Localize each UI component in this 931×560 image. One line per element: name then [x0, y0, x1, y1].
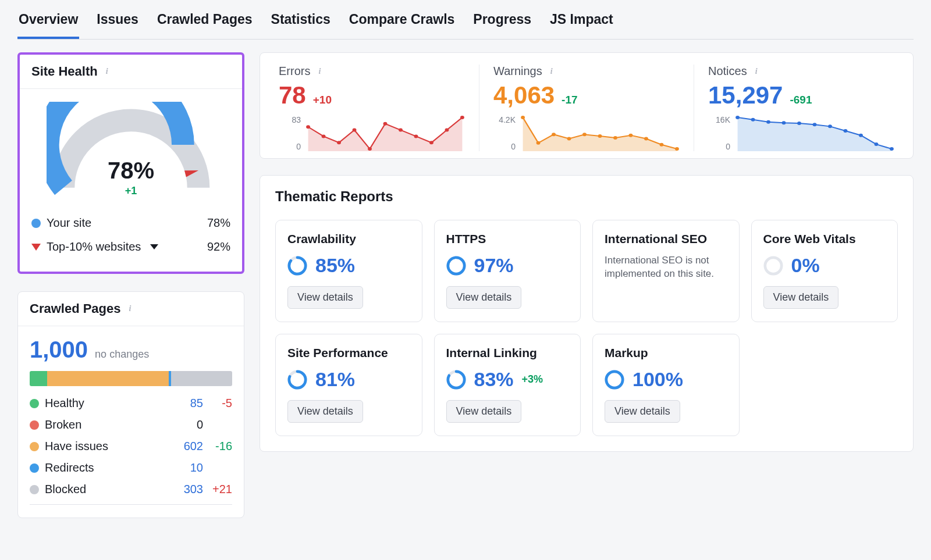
axis-label: 0	[493, 142, 516, 151]
kpi-notices-value: 15,297	[708, 81, 783, 109]
dot-icon	[30, 442, 39, 451]
donut-icon	[287, 256, 307, 276]
report-note: International SEO is not implemented on …	[605, 254, 727, 281]
kpi-notices[interactable]: Notices i 15,297 -691 16K 0	[694, 65, 908, 151]
view-details-button[interactable]: View details	[446, 286, 522, 309]
report-https: HTTPS 97%View details	[434, 220, 581, 322]
info-icon[interactable]: i	[102, 67, 112, 76]
svg-point-14	[552, 133, 556, 136]
view-details-button[interactable]: View details	[446, 400, 522, 423]
cp-row-redirects[interactable]: Redirects10	[30, 461, 232, 475]
legend-your-site-row: Your site 78%	[31, 211, 230, 235]
kpi-warnings-sparkline	[520, 115, 680, 151]
view-details-button[interactable]: View details	[287, 400, 363, 423]
bar-segment-healthy[interactable]	[30, 371, 47, 386]
tab-overview[interactable]: Overview	[17, 12, 79, 39]
axis-label: 16K	[708, 115, 730, 124]
svg-point-24	[751, 118, 755, 122]
svg-point-20	[644, 137, 648, 140]
report-pct: 83%	[474, 368, 514, 391]
kpi-errors-value: 78	[279, 81, 306, 109]
report-title: Internal Linking	[446, 346, 569, 360]
svg-point-9	[429, 141, 433, 144]
cp-value: 0	[168, 418, 203, 431]
donut-icon	[446, 370, 466, 390]
svg-point-21	[660, 143, 664, 147]
chevron-down-icon[interactable]	[150, 244, 158, 249]
donut-icon	[605, 370, 624, 390]
cp-label: Redirects	[45, 461, 94, 475]
donut-icon	[446, 256, 466, 276]
report-pct: 0%	[791, 254, 820, 277]
view-details-button[interactable]: View details	[287, 286, 363, 309]
report-title: HTTPS	[446, 232, 569, 246]
tab-progress[interactable]: Progress	[472, 12, 532, 39]
cp-label: Blocked	[45, 483, 86, 496]
info-icon[interactable]: i	[547, 67, 556, 76]
info-icon[interactable]: i	[752, 67, 761, 76]
bar-segment-haveissues[interactable]	[47, 371, 169, 386]
svg-point-6	[383, 122, 388, 126]
kpi-warnings-delta: -17	[562, 94, 577, 106]
bar-segment-blocked[interactable]	[171, 371, 232, 386]
legend-your-site-value: 78%	[207, 216, 230, 230]
crawled-pages-card: Crawled Pages i 1,000 no changes Healthy…	[17, 291, 244, 518]
svg-point-38	[765, 257, 781, 273]
cp-row-healthy[interactable]: Healthy85-5	[30, 397, 232, 410]
kpi-errors-delta: +10	[313, 94, 332, 106]
svg-point-29	[828, 124, 832, 128]
svg-point-26	[782, 121, 786, 124]
report-pct: 85%	[315, 254, 355, 277]
tab-statistics[interactable]: Statistics	[270, 12, 332, 39]
crawled-pages-total[interactable]: 1,000	[30, 337, 88, 363]
info-icon[interactable]: i	[126, 304, 135, 313]
legend-top10-row[interactable]: Top-10% websites 92%	[31, 235, 230, 259]
svg-point-4	[353, 129, 357, 132]
report-pct: 97%	[474, 254, 514, 277]
thematic-title: Thematic Reports	[260, 176, 913, 208]
kpi-errors[interactable]: Errors i 78 +10 83 0	[265, 65, 479, 151]
svg-point-16	[582, 133, 587, 136]
legend-your-site-label: Your site	[47, 216, 91, 230]
kpi-notices-title: Notices	[708, 65, 747, 78]
tab-compare-crawls[interactable]: Compare Crawls	[348, 12, 456, 39]
report-crawlability: Crawlability 85%View details	[275, 220, 422, 322]
report-title: Crawlability	[287, 232, 410, 246]
view-details-button[interactable]: View details	[763, 286, 839, 309]
axis-label: 4.2K	[493, 115, 516, 124]
svg-point-12	[521, 116, 525, 119]
svg-point-32	[875, 142, 879, 146]
svg-point-18	[613, 136, 617, 140]
cp-delta: +21	[203, 483, 232, 496]
cp-value: 602	[168, 440, 203, 453]
report-title: Core Web Vitals	[763, 232, 886, 246]
svg-point-28	[813, 123, 817, 126]
tab-crawled-pages[interactable]: Crawled Pages	[156, 12, 254, 39]
svg-point-13	[536, 141, 541, 145]
gauge-delta-label: +1	[47, 185, 215, 197]
tab-issues[interactable]: Issues	[95, 12, 140, 39]
gauge-percent-label: 78%	[47, 158, 215, 184]
cp-row-blocked[interactable]: Blocked303+21	[30, 483, 232, 496]
kpi-warnings-value: 4,063	[493, 81, 555, 109]
cp-label: Healthy	[45, 397, 84, 410]
view-details-button[interactable]: View details	[605, 400, 680, 423]
cp-row-haveissues[interactable]: Have issues602-16	[30, 440, 232, 453]
svg-point-22	[675, 147, 679, 151]
axis-label: 83	[279, 115, 301, 124]
crawled-pages-nochanges: no changes	[95, 348, 149, 361]
site-health-title: Site Health	[31, 64, 98, 79]
tabs-bar: Overview Issues Crawled Pages Statistics…	[17, 0, 914, 40]
dot-icon	[30, 420, 39, 430]
svg-point-25	[766, 120, 770, 124]
kpi-warnings[interactable]: Warnings i 4,063 -17 4.2K 0	[479, 65, 694, 151]
cp-row-broken[interactable]: Broken0	[30, 418, 232, 431]
report-title: International SEO	[605, 232, 727, 246]
svg-point-15	[567, 137, 571, 140]
info-icon[interactable]: i	[315, 67, 324, 76]
svg-point-1	[306, 125, 310, 129]
tab-js-impact[interactable]: JS Impact	[549, 12, 614, 39]
svg-point-30	[844, 129, 848, 133]
svg-point-5	[368, 147, 372, 151]
report-title: Markup	[605, 346, 727, 360]
